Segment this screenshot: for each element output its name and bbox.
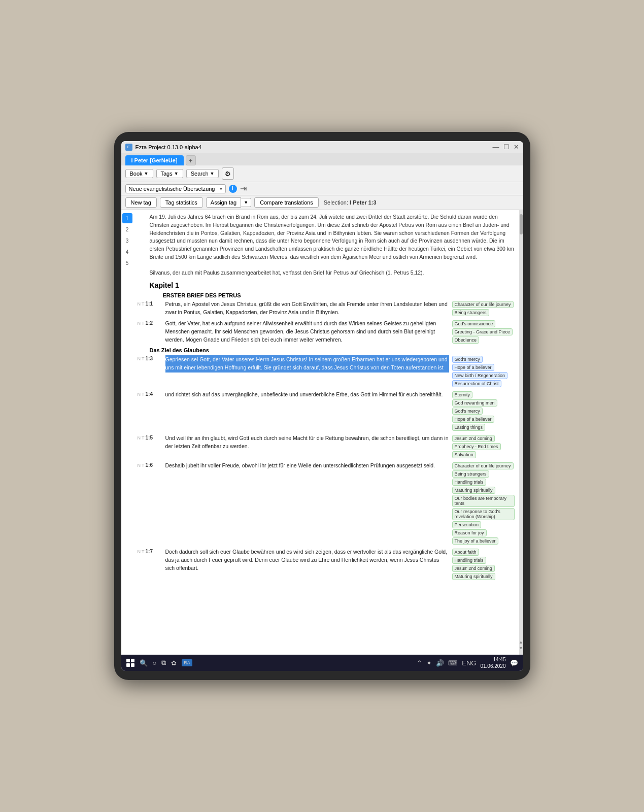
search-arrow-icon: ▼: [210, 171, 215, 176]
t-badge: T: [142, 392, 145, 397]
translation-select-wrap: Neue evangelistische Übersetzung: [125, 184, 226, 193]
scroll-up-arrow[interactable]: ▲: [519, 639, 523, 645]
dropbox-icon[interactable]: ✦: [426, 659, 432, 667]
verse-meta: N T 1:7: [138, 548, 165, 554]
tag[interactable]: Handling trials: [452, 479, 486, 486]
tag[interactable]: God's omniscience: [452, 320, 496, 327]
keyboard-icon[interactable]: ⌨: [448, 659, 458, 667]
tag[interactable]: Obedience: [452, 336, 480, 344]
compare-translations-button[interactable]: Compare translations: [254, 197, 319, 208]
cortana-icon[interactable]: ○: [153, 659, 157, 667]
table-row: N T 1:3 Gepriesen sei Gott, der Vater un…: [138, 355, 515, 388]
title-bar-left: E Ezra Project 0.13.0-alpha4: [125, 144, 201, 151]
verse-text-highlighted[interactable]: Gepriesen sei Gott, der Vater unseres He…: [165, 355, 449, 373]
scroll-down-arrow[interactable]: ▼: [519, 646, 523, 651]
tag[interactable]: Jesus' 2nd coming: [452, 565, 495, 572]
tag[interactable]: Jesus' 2nd coming: [452, 435, 495, 442]
tablet-screen: E Ezra Project 0.13.0-alpha4 — ☐ ✕ I Pet…: [121, 141, 523, 671]
windows-icon[interactable]: [126, 659, 134, 667]
t-badge: T: [142, 435, 145, 441]
app-icon: E: [125, 144, 132, 151]
tag[interactable]: Being strangers: [452, 309, 489, 316]
intro-text: Am 19. Juli des Jahres 64 brach ein Bran…: [138, 213, 515, 277]
verse-meta: N T 1:6: [138, 462, 165, 468]
notification-icon[interactable]: 💬: [510, 659, 518, 667]
verse-ref: 1:4: [146, 391, 153, 397]
language-indicator: ENG: [462, 659, 476, 667]
scroll-thumb[interactable]: [520, 214, 523, 234]
tag[interactable]: God's mercy: [452, 356, 483, 363]
verse-text[interactable]: Doch dadurch soll sich euer Glaube bewäh…: [165, 548, 449, 572]
logout-button[interactable]: ⇥: [240, 184, 247, 193]
tag[interactable]: God rewarding men: [452, 399, 497, 407]
tag[interactable]: Greeting - Grace and Piece: [452, 328, 513, 335]
table-row: N T 1:2 Gott, der Vater, hat euch aufgru…: [138, 320, 515, 344]
tag[interactable]: Hope of a believer: [452, 416, 494, 423]
verse-text[interactable]: Petrus, ein Apostel von Jesus Christus, …: [165, 300, 449, 317]
settings-button[interactable]: ⚙: [222, 167, 234, 180]
scrollbar[interactable]: ▲ ▼: [519, 210, 523, 655]
tag-statistics-button[interactable]: Tag statistics: [160, 197, 203, 208]
verse-tags: About faith Handling trials Jesus' 2nd c…: [449, 548, 515, 581]
new-tag-button[interactable]: New tag: [125, 197, 157, 208]
chevron-up-icon[interactable]: ⌃: [417, 659, 422, 667]
tag[interactable]: Lasting things: [452, 424, 486, 431]
tag[interactable]: Maturing spiritually: [452, 573, 495, 580]
verse-tags: Character of our life journey Being stra…: [449, 462, 515, 545]
assign-tag-dropdown-button[interactable]: ▼: [241, 198, 251, 207]
t-badge: T: [142, 549, 145, 554]
tag[interactable]: Being strangers: [452, 470, 489, 478]
tag[interactable]: God's mercy: [452, 408, 483, 415]
tags-button[interactable]: Tags ▼: [156, 169, 183, 178]
tag[interactable]: Persecution: [452, 521, 482, 528]
verse-text[interactable]: Und weil ihr an ihn glaubt, wird Gott eu…: [165, 434, 449, 451]
tag[interactable]: Prophecy - End times: [452, 443, 501, 450]
tag[interactable]: Character of our life journey: [452, 462, 514, 469]
tag[interactable]: Character of our life journey: [452, 301, 514, 308]
section-heading: ERSTER BRIEF DES PETRUS: [163, 292, 515, 298]
title-bar: E Ezra Project 0.13.0-alpha4 — ☐ ✕: [121, 141, 523, 153]
action-bar: New tag Tag statistics Assign tag ▼ Comp…: [121, 195, 523, 210]
toolbar: Book ▼ Tags ▼ Search ▼ ⚙: [121, 165, 523, 182]
tag[interactable]: Reason for joy: [452, 529, 487, 536]
app-taskbar-icon[interactable]: RA: [182, 659, 192, 666]
tag[interactable]: Hope of a believer: [452, 364, 494, 371]
tag[interactable]: Maturing spiritually: [452, 487, 495, 494]
info-button[interactable]: i: [229, 185, 237, 193]
close-button[interactable]: ✕: [514, 143, 519, 151]
tag[interactable]: Our response to God's revelation (Worshi…: [452, 508, 515, 520]
minimize-button[interactable]: —: [493, 143, 499, 151]
verse-tags: Jesus' 2nd coming Prophecy - End times S…: [449, 434, 515, 459]
tag[interactable]: About faith: [452, 549, 479, 556]
tag[interactable]: Salvation: [452, 451, 476, 458]
verse-ref: 1:5: [146, 435, 153, 441]
maximize-button[interactable]: ☐: [503, 143, 510, 151]
book-button[interactable]: Book ▼: [125, 169, 153, 178]
verse-text[interactable]: Deshalb jubelt ihr voller Freude, obwohl…: [165, 462, 449, 470]
translation-select[interactable]: Neue evangelistische Übersetzung: [125, 184, 226, 193]
book-arrow-icon: ▼: [144, 171, 149, 176]
tag[interactable]: Resurrection of Christ: [452, 380, 501, 387]
volume-icon[interactable]: 🔊: [436, 659, 444, 667]
search-button[interactable]: Search ▼: [186, 169, 219, 178]
active-tab[interactable]: I Peter [GerNeUe]: [125, 155, 184, 165]
verse-ref: 1:7: [146, 549, 153, 554]
nt-badge: N: [138, 435, 141, 441]
verse-text[interactable]: und richtet sich auf das unvergängliche,…: [165, 391, 449, 399]
tag[interactable]: Eternity: [452, 391, 473, 398]
tag[interactable]: The joy of a believer: [452, 537, 498, 545]
verse-meta: N T 1:4: [138, 391, 165, 397]
verse-meta: N T 1:1: [138, 300, 165, 307]
tag[interactable]: Handling trials: [452, 557, 486, 564]
verse-area[interactable]: Am 19. Juli des Jahres 64 brach ein Bran…: [133, 210, 519, 655]
verse-text[interactable]: Gott, der Vater, hat euch aufgrund seine…: [165, 320, 449, 344]
assign-tag-button[interactable]: Assign tag: [206, 197, 241, 208]
search-taskbar-icon[interactable]: 🔍: [140, 659, 148, 667]
tag[interactable]: Our bodies are temporary tents: [452, 495, 515, 507]
line-num-2: 2: [122, 224, 132, 234]
tag[interactable]: New birth / Regeneration: [452, 372, 508, 379]
verse-meta: N T 1:2: [138, 320, 165, 326]
settings-taskbar-icon[interactable]: ✿: [171, 659, 177, 667]
taskview-icon[interactable]: ⧉: [161, 659, 166, 667]
add-tab-button[interactable]: +: [186, 155, 196, 165]
